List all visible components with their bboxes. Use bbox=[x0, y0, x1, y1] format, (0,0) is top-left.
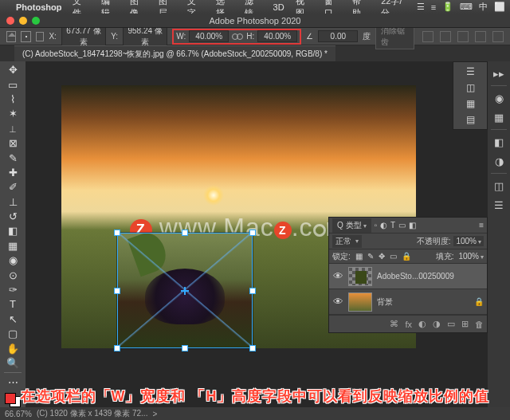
path-tool[interactable]: ↖ bbox=[4, 312, 22, 326]
layer-thumbnail[interactable] bbox=[348, 267, 372, 286]
handle-bottom-left[interactable] bbox=[114, 345, 120, 351]
lock-all-icon[interactable]: 🔒 bbox=[402, 252, 411, 261]
layer-row[interactable]: 👁 背景 🔒 bbox=[329, 289, 487, 315]
zoom-tool[interactable]: 🔍 bbox=[4, 356, 22, 370]
lock-trans-icon[interactable]: ▦ bbox=[355, 252, 363, 261]
checkbox-1[interactable] bbox=[36, 32, 45, 41]
edit-toolbar[interactable]: ⋯ bbox=[4, 372, 22, 389]
lock-pos-icon[interactable]: ✥ bbox=[379, 252, 385, 261]
wand-tool[interactable]: ✶ bbox=[4, 107, 22, 120]
ime-icon[interactable]: 中 bbox=[479, 1, 488, 13]
doc-info[interactable]: (C) 1920 像素 x 1439 像素 72... bbox=[37, 408, 148, 419]
handle-top-left[interactable] bbox=[114, 230, 120, 236]
pen-tool[interactable]: ✑ bbox=[4, 283, 22, 296]
zoom-level[interactable]: 66.67% bbox=[5, 410, 32, 418]
handle-mid-right[interactable] bbox=[249, 288, 256, 294]
marquee-tool[interactable]: ▭ bbox=[4, 77, 22, 91]
sys-icon-3[interactable]: ⬜ bbox=[494, 2, 505, 12]
share-icon[interactable] bbox=[475, 31, 486, 42]
heal-tool[interactable]: ✚ bbox=[4, 166, 22, 179]
angle-input[interactable]: 0.00 bbox=[318, 30, 358, 42]
dock-swatches-icon[interactable]: ▦ bbox=[492, 110, 506, 124]
close-icon[interactable] bbox=[6, 17, 14, 25]
layer-name[interactable]: AdobeSto...00250009 bbox=[377, 272, 484, 281]
new-layer-icon[interactable]: ⊞ bbox=[461, 319, 469, 329]
lasso-tool[interactable]: ⌇ bbox=[4, 92, 22, 106]
panel-menu-icon[interactable]: ≡ bbox=[479, 221, 484, 230]
brush-tool[interactable]: ✐ bbox=[4, 180, 22, 194]
panel-icon-1[interactable]: ☰ bbox=[462, 65, 478, 78]
filter-text-icon[interactable]: T bbox=[390, 221, 395, 230]
fill-input[interactable]: 100% bbox=[458, 252, 484, 261]
lock-artboard-icon[interactable]: ▭ bbox=[390, 252, 397, 261]
dodge-tool[interactable]: ⊙ bbox=[4, 268, 22, 281]
opt-icon-1[interactable] bbox=[422, 31, 434, 42]
sys-icon-2[interactable]: ≡ bbox=[431, 2, 436, 12]
fx-icon[interactable]: fx bbox=[405, 320, 412, 329]
visibility-toggle[interactable]: 👁 bbox=[332, 270, 343, 282]
dock-adjust-icon[interactable]: ◑ bbox=[492, 154, 506, 168]
visibility-toggle[interactable]: 👁 bbox=[332, 296, 343, 308]
link-layers-icon[interactable]: ⌘ bbox=[390, 319, 398, 329]
layer-thumbnail[interactable] bbox=[348, 292, 372, 312]
shape-tool[interactable]: ▢ bbox=[4, 327, 22, 340]
filter-shape-icon[interactable]: ▭ bbox=[398, 221, 406, 230]
minimize-icon[interactable] bbox=[19, 17, 27, 25]
stamp-tool[interactable]: ⊥ bbox=[4, 195, 22, 209]
move-tool[interactable]: ✥ bbox=[4, 63, 22, 77]
text-tool[interactable]: T bbox=[4, 297, 22, 311]
layer-row[interactable]: 👁 AdobeSto...00250009 bbox=[329, 264, 487, 289]
battery-icon[interactable]: 🔋 bbox=[442, 2, 453, 12]
document-tab[interactable]: (C) AdobeStock_184741298~恢复的.jpg @ 66.7%… bbox=[14, 45, 335, 62]
dock-color-icon[interactable]: ◉ bbox=[492, 91, 506, 105]
panel-icon-2[interactable]: ◫ bbox=[462, 81, 478, 94]
handle-mid-left[interactable] bbox=[114, 288, 120, 294]
mask-icon[interactable]: ◐ bbox=[418, 319, 426, 329]
transform-origin-icon[interactable] bbox=[21, 31, 30, 42]
swatch[interactable] bbox=[5, 393, 21, 406]
dock-layers-icon[interactable]: ◫ bbox=[492, 179, 506, 193]
trash-icon[interactable]: 🗑 bbox=[475, 320, 484, 329]
layer-name[interactable]: 背景 bbox=[377, 296, 469, 308]
panel-icon-4[interactable]: ▤ bbox=[462, 113, 478, 126]
link-wh-icon[interactable] bbox=[232, 33, 243, 41]
sys-icon-1[interactable]: ☰ bbox=[417, 2, 425, 12]
status-arrow-icon[interactable]: > bbox=[152, 410, 157, 418]
input-icon[interactable]: ⌨ bbox=[460, 2, 473, 12]
zoom-icon[interactable] bbox=[32, 17, 40, 25]
history-brush-tool[interactable]: ↺ bbox=[4, 210, 22, 223]
app-menu[interactable]: Photoshop bbox=[16, 2, 61, 12]
handle-top-right[interactable] bbox=[249, 230, 256, 236]
menu-3d[interactable]: 3D bbox=[273, 2, 284, 12]
group-icon[interactable]: ▭ bbox=[447, 319, 455, 329]
w-input[interactable]: 40.00% bbox=[189, 30, 229, 42]
handle-bottom-center[interactable] bbox=[182, 345, 188, 351]
opt-icon-3[interactable] bbox=[457, 31, 469, 42]
handle-bottom-right[interactable] bbox=[249, 345, 256, 351]
lock-pixels-icon[interactable]: ✎ bbox=[367, 252, 374, 261]
layer-filter-dropdown[interactable]: Q 类型 bbox=[332, 218, 371, 233]
adjust-icon[interactable]: ◑ bbox=[433, 319, 441, 329]
gradient-tool[interactable]: ▦ bbox=[4, 239, 22, 253]
dock-properties-icon[interactable]: ◧ bbox=[492, 135, 506, 149]
panel-icon-3[interactable]: ▦ bbox=[462, 97, 478, 110]
crop-tool[interactable]: ⟂ bbox=[4, 122, 22, 135]
frame-tool[interactable]: ⊠ bbox=[4, 136, 22, 150]
center-point-icon[interactable] bbox=[181, 287, 189, 295]
opt-icon-2[interactable] bbox=[440, 31, 451, 42]
eyedropper-tool[interactable]: ✎ bbox=[4, 151, 22, 164]
home-icon[interactable] bbox=[6, 31, 16, 42]
blur-tool[interactable]: ◉ bbox=[4, 253, 22, 267]
transform-box[interactable] bbox=[117, 233, 253, 348]
filter-smart-icon[interactable]: ◧ bbox=[409, 221, 416, 230]
filter-adj-icon[interactable]: ◐ bbox=[380, 221, 387, 230]
eraser-tool[interactable]: ◧ bbox=[4, 224, 22, 237]
dock-history-icon[interactable]: ▸▸ bbox=[492, 66, 506, 80]
opacity-input[interactable]: 100% bbox=[453, 236, 484, 246]
hand-tool[interactable]: ✋ bbox=[4, 341, 22, 355]
dock-channels-icon[interactable]: ☰ bbox=[492, 198, 506, 212]
blend-mode-dropdown[interactable]: 正常 bbox=[332, 235, 362, 248]
h-input[interactable]: 40.00% bbox=[257, 30, 297, 42]
search-icon[interactable] bbox=[492, 31, 504, 42]
filter-img-icon[interactable]: ▫ bbox=[375, 221, 378, 230]
